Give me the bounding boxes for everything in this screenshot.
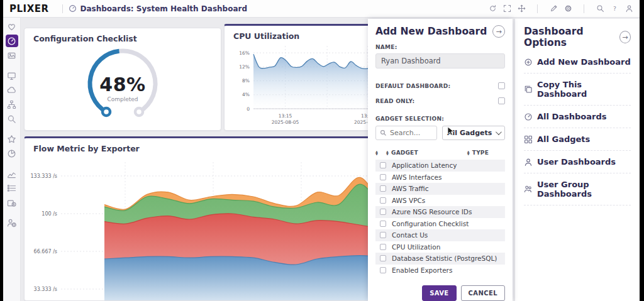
gauge-percent: 48% [69, 74, 176, 96]
dashboards-icon [524, 112, 533, 121]
gadget-checkbox[interactable] [380, 267, 386, 273]
gadget-name: Application Latency [392, 161, 457, 169]
sidebar-item-network[interactable] [6, 98, 18, 111]
gadget-checkbox[interactable] [380, 244, 386, 250]
option-add-new-dashboard[interactable]: Add New Dashboard [524, 51, 631, 74]
sidebar-item-monitor[interactable] [6, 69, 18, 82]
dashboard-icon [69, 4, 77, 13]
option-label: User Dashboards [537, 157, 616, 167]
divider [537, 4, 538, 13]
search-icon[interactable] [596, 4, 604, 13]
option-all-gadgets[interactable]: All Gadgets [524, 128, 631, 151]
sidebar-item-star[interactable] [6, 133, 18, 145]
sidebar-item-search[interactable] [6, 112, 18, 125]
gadgets-icon [524, 135, 533, 144]
gadget-row[interactable]: Enabled Exporters [375, 265, 505, 276]
svg-text:4%: 4% [242, 92, 250, 97]
collapse-panel-button[interactable]: → [492, 25, 505, 38]
type-column-header[interactable]: TYPE [472, 150, 489, 156]
gadget-row[interactable]: Azure NSG Resource IDs [375, 206, 505, 218]
panel-title: Add New Dashboard [375, 26, 487, 37]
gadget-row[interactable]: AWS Interfaces [375, 172, 505, 183]
gadget-name: Contact Us [392, 231, 428, 239]
gadget-search-input[interactable] [390, 129, 433, 137]
refresh-icon[interactable] [488, 4, 497, 13]
fullscreen-icon[interactable] [502, 4, 511, 13]
pan-icon[interactable] [517, 4, 526, 13]
sidebar-item-pie[interactable] [6, 147, 18, 160]
gadget-checkbox[interactable] [380, 197, 386, 204]
gadget-search[interactable] [375, 126, 437, 140]
account-icon[interactable] [625, 4, 633, 13]
gadget-checkbox[interactable] [380, 174, 386, 180]
gadget-table-rows: Application LatencyAWS InterfacesAWS Tra… [375, 160, 505, 276]
search-icon [7, 114, 16, 124]
option-all-dashboards[interactable]: All Dashboards [524, 106, 631, 128]
option-user-dashboards[interactable]: User Dashboards [524, 151, 631, 173]
gadget-row[interactable]: AWS VPCs [375, 195, 505, 207]
sidebar-item-cloud[interactable] [6, 84, 18, 96]
option-label: User Group Dashboards [537, 180, 631, 199]
gadget-checkbox[interactable] [380, 209, 386, 215]
collapse-panel-button[interactable]: → [619, 31, 631, 43]
left-nav [3, 18, 21, 301]
dashboard-name-input[interactable] [375, 53, 505, 68]
gadget-checkbox[interactable] [380, 185, 386, 192]
edit-icon[interactable] [549, 4, 558, 13]
gadget-row[interactable]: Contact Us [375, 229, 505, 241]
screen: PLIXER Dashboards: System Health Dashboa… [0, 0, 644, 301]
svg-text:8%: 8% [242, 78, 250, 84]
pie-icon [7, 149, 16, 158]
sidebar-item-queue[interactable] [6, 182, 18, 194]
top-bar: PLIXER Dashboards: System Health Dashboa… [3, 0, 640, 18]
sidebar-item-reports[interactable] [6, 196, 18, 209]
sidebar-item-maps[interactable] [6, 49, 18, 62]
save-button[interactable]: SAVE [422, 285, 456, 301]
gadget-row[interactable]: Application Latency [375, 160, 505, 172]
option-label: Add New Dashboard [537, 57, 631, 67]
default-dashboard-label: DEFAULT DASHBOARD: [375, 83, 450, 89]
default-dashboard-checkbox[interactable] [498, 82, 505, 89]
gadget-name: Azure NSG Resource IDs [392, 208, 472, 216]
sidebar-item-trend[interactable] [6, 167, 18, 180]
gadget-checkbox[interactable] [380, 255, 386, 261]
chevron-down-icon [496, 129, 502, 135]
sort-icon[interactable]: ▲▼ [375, 150, 378, 155]
gadget-name: AWS Traffic [392, 185, 429, 192]
gadget-checkbox[interactable] [380, 232, 386, 238]
read-only-checkbox[interactable] [498, 97, 505, 104]
panel-title: Dashboard Options [524, 26, 619, 48]
sort-icon[interactable]: ▲▼ [467, 150, 470, 155]
name-label: NAME: [375, 44, 505, 50]
dashboard-options-panel: Dashboard Options → Add New DashboardCop… [514, 19, 640, 301]
option-copy-this-dashboard[interactable]: Copy This Dashboard [524, 74, 631, 106]
queue-icon [7, 183, 16, 193]
option-label: All Dashboards [537, 112, 607, 121]
gadget-checkbox[interactable] [380, 221, 386, 227]
gadget-configuration-checklist[interactable]: Configuration Checklist 48% Completed [24, 28, 221, 131]
gadget-checkbox[interactable] [380, 162, 386, 168]
gadget-column-header[interactable]: GADGET [391, 150, 418, 156]
option-user-group-dashboards[interactable]: User Group Dashboards [524, 173, 631, 205]
sidebar-item-pulse[interactable] [6, 20, 18, 33]
gauge-chart: 48% Completed [69, 45, 176, 129]
gadget-row[interactable]: Configuration Checklist [375, 218, 505, 230]
pulse-icon [7, 22, 16, 31]
sidebar-item-dashboards[interactable] [6, 35, 18, 47]
divider [62, 4, 63, 13]
svg-text:13:15: 13:15 [279, 113, 292, 119]
help-icon[interactable]: ? [610, 4, 619, 13]
cancel-button[interactable]: CANCEL [461, 285, 505, 301]
app-window: PLIXER Dashboards: System Health Dashboa… [3, 0, 640, 301]
sidebar-item-admin[interactable] [6, 216, 18, 229]
gadget-row[interactable]: Database Statistic (PostgreSQL) [375, 253, 505, 265]
gadget-row[interactable]: CPU Utilization [375, 241, 505, 253]
svg-text:100 /s: 100 /s [42, 211, 57, 217]
arrow-right-icon: → [496, 28, 501, 36]
cloud-icon [7, 85, 16, 95]
settings-icon[interactable] [564, 4, 572, 13]
option-label: All Gadgets [537, 134, 590, 144]
gadget-row[interactable]: AWS Traffic [375, 183, 505, 195]
svg-text:33.333 /s: 33.333 /s [34, 287, 57, 292]
sort-icon[interactable]: ▲▼ [386, 150, 389, 155]
